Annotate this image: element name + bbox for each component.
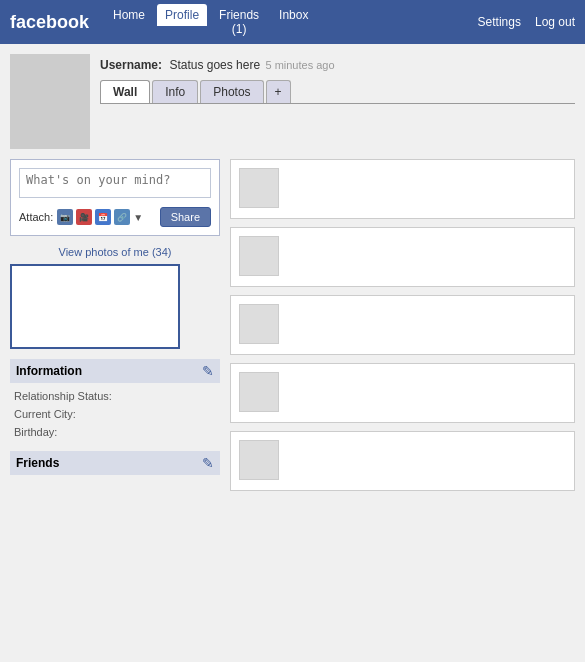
nav-links: Home Profile Friends (1) Inbox [105, 4, 478, 40]
status-input[interactable] [19, 168, 211, 198]
navbar: facebook Home Profile Friends (1) Inbox … [0, 0, 585, 44]
info-birthday: Birthday: [10, 423, 220, 441]
profile-right-section: Username: Status goes here 5 minutes ago… [100, 54, 575, 104]
info-city: Current City: [10, 405, 220, 423]
status-line: Username: Status goes here 5 minutes ago [100, 58, 575, 72]
attach-row: Attach: 📷 🎥 📅 🔗 ▼ Share [19, 207, 211, 227]
view-photos-link[interactable]: View photos of me (34) [10, 246, 220, 258]
post-avatar-2 [239, 236, 279, 276]
attach-video-icon[interactable]: 🎥 [76, 209, 92, 225]
status-text: Status goes here [169, 58, 260, 72]
nav-right: Settings Log out [478, 15, 575, 29]
friends-section-title: Friends [16, 456, 59, 470]
settings-link[interactable]: Settings [478, 15, 521, 29]
status-post-box: Attach: 📷 🎥 📅 🔗 ▼ Share [10, 159, 220, 236]
right-column [230, 159, 575, 491]
profile-picture [10, 54, 90, 149]
attach-link-icon[interactable]: 🔗 [114, 209, 130, 225]
username-label: Username: [100, 58, 162, 72]
info-section-title: Information [16, 364, 82, 378]
profile-name-status: Username: Status goes here 5 minutes ago [100, 58, 575, 72]
profile-tabs: Wall Info Photos + [100, 80, 575, 104]
friends-section: Friends ✎ [10, 451, 220, 475]
nav-home[interactable]: Home [105, 4, 153, 26]
post-item-5 [230, 431, 575, 491]
brand-logo: facebook [10, 12, 89, 33]
nav-profile[interactable]: Profile [157, 4, 207, 26]
post-item-1 [230, 159, 575, 219]
info-section-header: Information ✎ [10, 359, 220, 383]
logout-link[interactable]: Log out [535, 15, 575, 29]
attach-event-icon[interactable]: 📅 [95, 209, 111, 225]
left-column: Attach: 📷 🎥 📅 🔗 ▼ Share View photos of m… [10, 159, 220, 491]
post-avatar-4 [239, 372, 279, 412]
info-section: Information ✎ Relationship Status: Curre… [10, 359, 220, 441]
tab-plus[interactable]: + [266, 80, 291, 103]
tab-photos[interactable]: Photos [200, 80, 263, 103]
friends-edit-icon[interactable]: ✎ [202, 455, 214, 471]
attach-label: Attach: [19, 211, 53, 223]
post-item-3 [230, 295, 575, 355]
info-edit-icon[interactable]: ✎ [202, 363, 214, 379]
post-avatar-1 [239, 168, 279, 208]
main-content: Username: Status goes here 5 minutes ago… [0, 44, 585, 662]
post-avatar-3 [239, 304, 279, 344]
attach-photo-icon[interactable]: 📷 [57, 209, 73, 225]
friends-section-header: Friends ✎ [10, 451, 220, 475]
tab-wall[interactable]: Wall [100, 80, 150, 103]
info-relationship: Relationship Status: [10, 387, 220, 405]
time-ago: 5 minutes ago [265, 59, 334, 71]
attach-more-arrow[interactable]: ▼ [133, 212, 143, 223]
post-item-2 [230, 227, 575, 287]
profile-top-row: Username: Status goes here 5 minutes ago… [0, 44, 585, 149]
photo-grid [10, 264, 180, 349]
tab-info[interactable]: Info [152, 80, 198, 103]
content-area: Attach: 📷 🎥 📅 🔗 ▼ Share View photos of m… [0, 149, 585, 501]
attach-icons: 📷 🎥 📅 🔗 ▼ [57, 209, 159, 225]
post-avatar-5 [239, 440, 279, 480]
share-button[interactable]: Share [160, 207, 211, 227]
nav-inbox[interactable]: Inbox [271, 4, 316, 26]
post-item-4 [230, 363, 575, 423]
nav-friends[interactable]: Friends (1) [211, 4, 267, 40]
